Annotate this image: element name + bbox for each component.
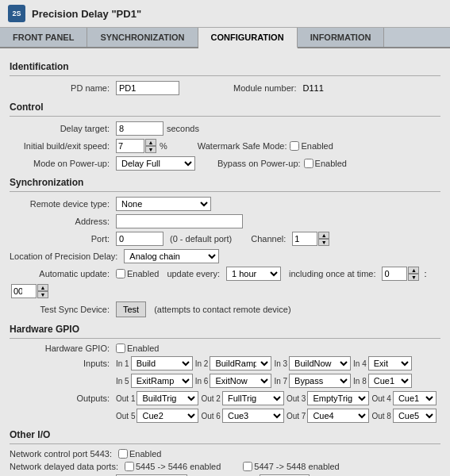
pd-name-input[interactable] [116, 81, 179, 95]
in6-select[interactable]: ExitNow [210, 374, 271, 388]
in7-select[interactable]: Bypass [289, 374, 351, 388]
mode-power-row: Mode on Power-up: Delay Full Bypass Last… [10, 156, 440, 171]
in8-select[interactable]: Cue1 [368, 374, 412, 388]
in6-label: In 6 [195, 377, 209, 386]
auto-update-checkbox[interactable] [116, 269, 125, 278]
other-io-header: Other I/O [10, 429, 440, 440]
including-hour-up[interactable]: ▲ [408, 267, 419, 274]
hardware-gpio-enabled-label: Enabled [127, 344, 159, 353]
network-delayed1-checkbox[interactable] [125, 462, 134, 471]
port-hint: (0 - default port) [170, 234, 232, 244]
remote-device-label: Remote device type: [10, 199, 113, 209]
channel-input[interactable] [292, 232, 317, 246]
hardware-gpio-enable-row: Hardware GPIO: Enabled [10, 344, 440, 353]
in1-label: In 1 [116, 359, 129, 368]
including-label: including once at time: [289, 269, 375, 278]
control-header: Control [10, 102, 440, 113]
in5-select[interactable]: ExitRamp [131, 374, 193, 388]
in2-label: In 2 [195, 359, 209, 368]
out1-label: Out 1 [116, 394, 135, 403]
test-sync-button[interactable]: Test [116, 301, 146, 317]
gpio-outputs-row2: Out 5 Cue2 Out 6 Cue3 Out 7 Cue4 Out 8 C… [10, 409, 440, 423]
test-sync-label: Test Sync Device: [10, 305, 113, 314]
out6-select[interactable]: Cue3 [222, 409, 284, 423]
network-control-row: Network control port 5443: Enabled [10, 449, 440, 459]
auto-update-row: Automatic update: Enabled update every: … [10, 267, 440, 298]
test-sync-hint: (attempts to contact remote device) [154, 305, 290, 314]
tab-configuration[interactable]: CONFIGURATION [198, 28, 298, 48]
test-sync-row: Test Sync Device: Test (attempts to cont… [10, 301, 440, 317]
in2-select[interactable]: BuildRamp [210, 356, 271, 370]
remote-device-select[interactable]: None NTP PTP [116, 197, 211, 211]
network-delayed2-checkbox[interactable] [243, 462, 252, 471]
network-control-checkbox[interactable] [118, 449, 128, 459]
in3-label: In 3 [274, 359, 287, 368]
channel-up[interactable]: ▲ [318, 232, 329, 239]
hardware-gpio-checkbox[interactable] [116, 344, 125, 353]
tab-front-panel[interactable]: FRONT PANEL [0, 28, 87, 47]
bypass-label: Bypass on Power-up: [217, 159, 301, 168]
delay-target-unit: seconds [167, 124, 199, 133]
out2-select[interactable]: FullTrig [222, 391, 284, 405]
pd-name-label: PD name: [10, 83, 113, 93]
bypass-enabled-label: Enabled [315, 159, 347, 168]
watermark-label: Watermark Safe Mode: [198, 141, 287, 151]
channel-down[interactable]: ▼ [318, 239, 329, 246]
tab-information[interactable]: INFORMATION [298, 28, 385, 47]
tab-synchronization[interactable]: SYNCHRONIZATION [87, 28, 198, 47]
network-control-enabled-label: Enabled [129, 449, 161, 459]
out4-label: Out 4 [371, 394, 390, 403]
port-label: Port: [10, 234, 113, 244]
out1-select[interactable]: BuildTrig [137, 391, 198, 405]
address-row: Address: [10, 214, 440, 228]
delay-target-input[interactable] [116, 121, 163, 136]
out8-select[interactable]: Cue5 [393, 409, 437, 423]
in3-select[interactable]: BuildNow [289, 356, 351, 370]
out5-label: Out 5 [116, 412, 135, 420]
network-delayed1-label: 5445 -> 5446 enabled [136, 462, 221, 471]
out7-select[interactable]: Cue4 [307, 409, 369, 423]
location-row: Location of Precision Delay: Analog chai… [10, 249, 440, 263]
gpio-inputs-label: Inputs: [10, 359, 113, 368]
gpio-outputs-row: Outputs: Out 1 BuildTrig Out 2 FullTrig … [10, 391, 440, 405]
title-bar: 2S Precision Delay "PD1" [0, 0, 450, 28]
port-input[interactable] [116, 232, 163, 246]
in8-label: In 8 [353, 377, 367, 386]
out4-select[interactable]: Cue1 [393, 391, 437, 405]
out5-select[interactable]: Cue2 [137, 409, 198, 423]
out8-label: Out 8 [371, 412, 390, 420]
including-min-down[interactable]: ▼ [37, 291, 48, 298]
in4-select[interactable]: Exit [368, 356, 412, 370]
including-hour-down[interactable]: ▼ [408, 274, 419, 281]
address-label: Address: [10, 217, 113, 226]
network-delayed2-label: 5447 -> 5448 enabled [254, 462, 339, 471]
build-exit-up[interactable]: ▲ [145, 139, 156, 146]
including-hour-input[interactable] [382, 267, 407, 281]
including-min-up[interactable]: ▲ [37, 284, 48, 291]
location-select[interactable]: Analog chain Digital chain [124, 249, 219, 263]
identification-row: PD name: Module number: D111 [10, 81, 440, 95]
gpio-inputs-row2: In 5 ExitRamp In 6 ExitNow In 7 Bypass I… [10, 374, 440, 388]
update-every-select[interactable]: 1 hour 6 hours 12 hours 24 hours [226, 267, 281, 281]
in1-select[interactable]: Build [131, 356, 193, 370]
watermark-checkbox[interactable] [290, 141, 299, 151]
main-content: Identification PD name: Module number: D… [0, 48, 450, 476]
tab-bar: FRONT PANEL SYNCHRONIZATION CONFIGURATIO… [0, 28, 450, 48]
out3-label: Out 3 [287, 394, 306, 403]
network-control-label: Network control port 5443: [10, 449, 115, 459]
bypass-checkbox[interactable] [304, 159, 313, 168]
out3-select[interactable]: EmptyTrig [307, 391, 369, 405]
location-label: Location of Precision Delay: [10, 251, 121, 261]
build-exit-input[interactable] [116, 139, 144, 153]
watermark-enabled-label: Enabled [301, 141, 333, 151]
address-input[interactable] [116, 214, 243, 228]
out6-label: Out 6 [201, 412, 220, 420]
build-exit-down[interactable]: ▼ [145, 146, 156, 153]
in7-label: In 7 [274, 377, 287, 386]
app-title: Precision Delay "PD1" [32, 8, 141, 20]
mode-powerup-select[interactable]: Delay Full Bypass Last Mode [116, 156, 195, 171]
build-exit-label: Initial build/exit speed: [10, 141, 113, 151]
gpio-inputs-row: Inputs: In 1 Build In 2 BuildRamp In 3 B… [10, 356, 440, 370]
including-min-input[interactable] [11, 284, 37, 298]
out2-label: Out 2 [201, 394, 220, 403]
